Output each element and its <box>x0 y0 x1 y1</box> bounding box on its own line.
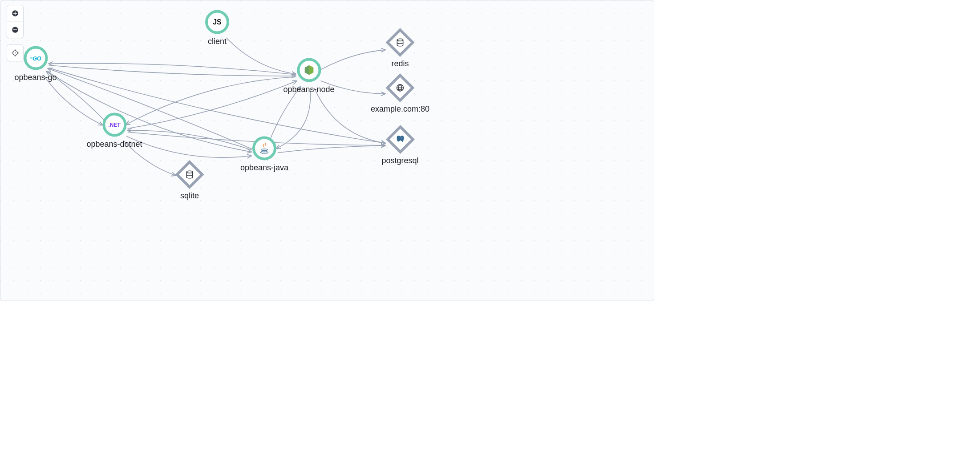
dotnet-icon: .NET <box>102 113 126 137</box>
plus-circle-icon <box>11 9 19 17</box>
js-icon: JS <box>205 10 229 34</box>
node-label: client <box>208 37 227 46</box>
node-label: opbeans-go <box>14 73 57 82</box>
node-label: example.com:80 <box>371 104 429 114</box>
postgres-icon <box>385 125 414 154</box>
svg-marker-5 <box>309 65 313 75</box>
fit-group <box>7 44 24 61</box>
crosshair-icon <box>11 49 19 57</box>
java-icon <box>252 137 276 161</box>
node-opbeans-java[interactable]: opbeans-java <box>240 137 288 173</box>
node-client[interactable]: JSclient <box>205 10 229 46</box>
database-icon <box>385 28 414 57</box>
java-icon <box>259 142 270 155</box>
nodejs-icon <box>303 64 315 76</box>
service-map-canvas[interactable]: JSclient≡GOopbeans-goopbeans-node.NETopb… <box>0 0 654 301</box>
minus-circle-icon <box>11 26 19 34</box>
nodejs-icon <box>297 58 321 82</box>
svg-point-8 <box>260 152 268 153</box>
node-label: postgresql <box>381 156 418 165</box>
database-icon <box>185 170 194 179</box>
go-icon: ≡GO <box>24 46 48 70</box>
node-opbeans-dotnet[interactable]: .NETopbeans-dotnet <box>86 113 142 149</box>
globe-icon <box>385 73 414 102</box>
node-label: opbeans-java <box>240 163 288 173</box>
node-label: opbeans-dotnet <box>86 140 142 149</box>
globe-icon <box>396 84 405 92</box>
node-opbeans-node[interactable]: opbeans-node <box>283 58 334 94</box>
node-redis[interactable]: redis <box>386 29 414 68</box>
zoom-out-button[interactable] <box>7 21 23 38</box>
svg-point-9 <box>397 39 403 41</box>
node-label: opbeans-node <box>283 85 334 94</box>
node-layer: JSclient≡GOopbeans-goopbeans-node.NETopb… <box>0 0 654 301</box>
zoom-controls <box>7 5 24 61</box>
database-icon <box>175 160 204 189</box>
node-example[interactable]: example.com:80 <box>371 74 429 114</box>
zoom-in-button[interactable] <box>7 5 23 21</box>
svg-point-14 <box>186 171 192 173</box>
node-label: sqlite <box>180 191 199 201</box>
node-postgresql[interactable]: postgresql <box>381 126 418 165</box>
fit-to-screen-button[interactable] <box>7 45 23 61</box>
database-icon <box>396 38 405 47</box>
node-sqlite[interactable]: sqlite <box>176 161 203 201</box>
node-label: redis <box>391 59 409 68</box>
svg-point-3 <box>15 52 16 53</box>
zoom-group <box>7 5 24 38</box>
postgres-icon <box>395 135 405 145</box>
